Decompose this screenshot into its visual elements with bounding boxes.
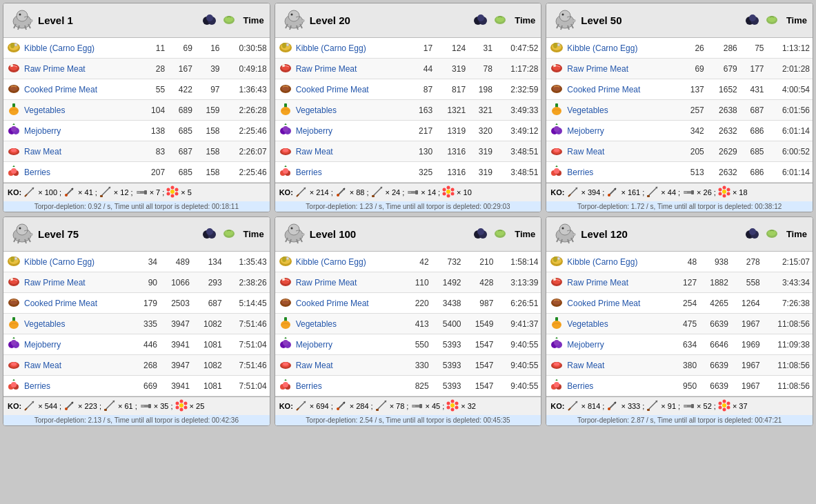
ko-weapon-icon [406,185,419,199]
tame-time: 7:26:38 [763,293,813,314]
header-icons: Time [472,224,535,244]
food-icon-rawprime [278,274,293,291]
svg-rect-130 [647,195,650,197]
tame-time: 6:26:51 [496,293,541,314]
food-icon-cookedprime [278,294,293,312]
food-icon-vegetables [278,315,293,332]
svg-point-95 [559,10,570,21]
food-cell: Berries [275,162,409,183]
svg-point-90 [451,192,455,196]
svg-point-54 [496,17,504,22]
svg-point-33 [65,194,68,196]
stun-qty: 1547 [464,355,497,376]
ko-weapon-val: × 100 [38,188,57,196]
berry-col-icon [472,10,490,30]
table-row: Raw Meat 83 687 158 2:26:07 [3,141,270,162]
svg-rect-273 [691,404,694,408]
ko-weapon-val: × 223 [78,402,97,410]
narco-col-icon [220,10,238,30]
food-name: Raw Meat [24,147,61,157]
tame-time: 6:01:14 [767,121,813,141]
table-row: Kibble (Carno Egg) 11 69 16 0:30:58 [3,38,270,59]
tame-time: 3:49:12 [495,121,541,141]
tame-time: 2:25:46 [223,121,270,141]
ko-weapon-icon [99,185,112,199]
food-qty: 127 [674,272,699,293]
food-name: Raw Meat [24,361,61,370]
table-row: Raw Prime Meat 127 1882 558 3:43:34 [546,272,813,293]
svg-point-115 [554,126,559,132]
ko-weapon-val: × 161 [621,188,640,196]
narco-qty: 5400 [432,314,464,334]
tame-time: 6:00:52 [767,141,813,162]
food-name: Raw Prime Meat [567,278,628,288]
food-cell: Kibble (Carno Egg) [546,38,680,59]
svg-point-151 [10,256,14,262]
torpor-row: Torpor-depletion: 1.23 / s, Time until a… [275,201,541,212]
svg-point-24 [11,149,17,152]
svg-point-202 [282,278,285,281]
food-cell: Kibble (Carno Egg) [3,38,140,59]
ko-label: KO: [8,402,21,410]
narco-qty: 817 [435,79,468,100]
stun-qty: 1547 [464,376,497,396]
stun-qty: 987 [464,293,497,314]
ko-separator: ; [714,402,716,410]
table-row: Kibble (Carno Egg) 26 286 75 1:13:12 [546,38,813,59]
ko-weapon-icon [682,185,695,199]
svg-point-253 [552,321,561,329]
food-table: Kibble (Carno Egg) 26 286 75 1:13:12 Raw… [546,38,813,183]
ko-separator: ; [131,188,133,196]
card-header: Level 1 Time [3,3,270,38]
narco-qty: 2638 [707,100,740,121]
food-icon-vegetables [278,101,293,119]
table-row: Cooked Prime Meat 87 817 198 2:32:59 [275,79,541,100]
food-qty: 669 [134,376,160,396]
svg-point-206 [281,321,290,329]
stun-qty: 1549 [464,314,497,334]
table-row: Kibble (Carno Egg) 42 732 210 1:58:14 [275,252,541,272]
svg-point-46 [167,188,170,192]
svg-point-233 [447,406,450,410]
svg-point-165 [11,363,17,366]
svg-point-49 [290,14,292,16]
food-qty: 137 [680,79,707,100]
header-left: Level 75 [9,220,201,248]
ko-weapon-val: × 26 [697,188,712,196]
narco-qty: 3947 [160,314,192,334]
food-qty: 413 [406,314,432,334]
header-icons: Time [201,224,264,244]
svg-line-128 [648,187,657,196]
svg-point-88 [447,186,450,190]
narco-qty: 2503 [160,293,192,314]
ko-label: KO: [550,188,564,196]
narco-qty: 1321 [435,100,468,121]
taming-card-level1: Level 1 Time Kibble (Carno Egg) 11 69 16… [3,3,270,212]
tame-time: 9:40:55 [496,376,541,396]
food-icon-mejoberry [6,336,21,353]
food-cell: Raw Meat [275,355,406,376]
svg-rect-36 [100,195,103,197]
ko-weapon-val: × 61 [118,402,133,410]
svg-point-212 [283,363,288,366]
food-qty: 104 [140,100,168,121]
food-cell: Cooked Prime Meat [275,293,406,314]
food-table: Kibble (Carno Egg) 48 938 278 2:15:07 Ra… [546,252,813,396]
ko-weapon-val: × 78 [390,402,405,410]
table-row: Mejoberry 446 3941 1081 7:51:04 [3,334,270,355]
svg-point-168 [11,382,17,387]
narco-qty: 938 [699,252,731,272]
stun-qty: 558 [731,272,763,293]
stun-qty: 1547 [464,334,497,355]
ko-weapon-icon [139,399,152,413]
food-cell: Cooked Prime Meat [546,79,680,100]
svg-point-45 [167,192,170,196]
food-name: Vegetables [567,319,608,329]
table-row: Vegetables 257 2638 687 6:01:56 [546,100,813,121]
svg-point-58 [286,43,289,46]
food-name: Raw Meat [567,147,604,157]
food-icon-rawmeat [278,143,293,160]
ko-separator: ; [642,402,644,410]
card-header: Level 20 Time [275,3,541,38]
food-name: Mejoberry [567,340,604,350]
